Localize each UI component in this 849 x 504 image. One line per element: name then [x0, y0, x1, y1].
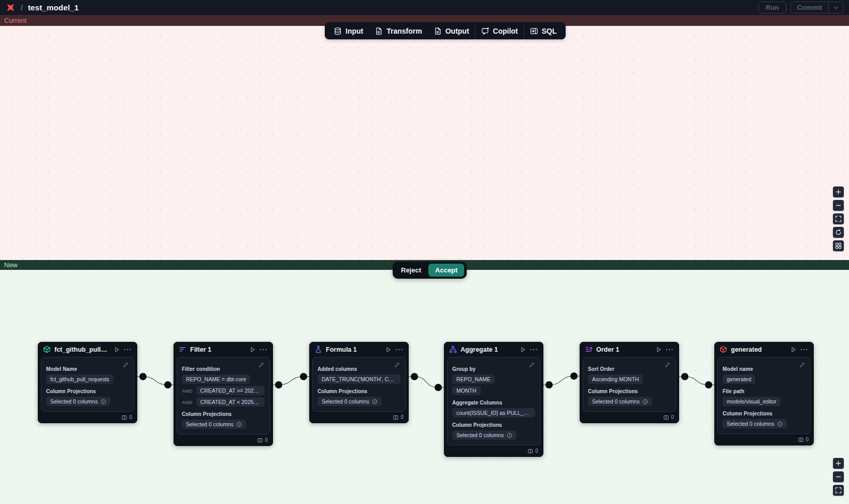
commit-dropdown-button[interactable]: [828, 2, 843, 13]
value-pill[interactable]: Selected 0 columns: [723, 419, 787, 428]
node-header: Filter 1···: [174, 342, 272, 356]
toolbar-copilot-button[interactable]: Copilot: [476, 22, 524, 39]
column-count-badge[interactable]: 0: [310, 413, 408, 423]
value-pill[interactable]: CREATED_AT >= 2024-12-01: [196, 386, 265, 395]
zoom-out-button[interactable]: [833, 471, 844, 482]
commit-split-button: Commit: [790, 2, 844, 13]
value-pill[interactable]: Selected 0 columns: [46, 397, 110, 406]
current-canvas[interactable]: [0, 26, 849, 260]
node-body: Model Namefct_github_pull_requestsColumn…: [41, 357, 134, 412]
edit-button[interactable]: [123, 362, 129, 368]
edit-button[interactable]: [665, 362, 671, 368]
value-pill[interactable]: REPO_NAME: [452, 375, 495, 384]
value-pill[interactable]: count(ISSUE_ID) as PULL_REQUEST_…: [452, 408, 535, 417]
node-menu-button[interactable]: ···: [124, 347, 132, 352]
edit-button[interactable]: [258, 362, 265, 368]
node-run-button[interactable]: [114, 347, 120, 353]
field-row: Ascending MONTH: [588, 375, 671, 384]
field-row: Selected 0 columns: [723, 419, 805, 428]
node-Formula 1[interactable]: Formula 1···Added columnsDATE_TRUNC('MON…: [309, 342, 409, 423]
value-pill[interactable]: DATE_TRUNC('MONTH', CREATED_AT…: [318, 375, 400, 384]
value-pill[interactable]: Selected 0 columns: [452, 430, 516, 440]
value-pill[interactable]: fct_github_pull_requests: [46, 375, 113, 384]
node-menu-button[interactable]: ···: [395, 347, 404, 352]
column-count-badge[interactable]: 0: [715, 436, 813, 445]
node-run-button[interactable]: [656, 347, 662, 353]
toolbar-transform-button[interactable]: Transform: [369, 22, 427, 39]
node-field: File pathmodels/visual_editor: [723, 388, 805, 406]
node-Order 1[interactable]: Order 1···Sort OrderAscending MONTHColum…: [580, 342, 679, 423]
pill-text: Selected 0 columns: [50, 398, 98, 405]
model-cube-icon: [43, 345, 51, 353]
pencil-icon: [123, 362, 129, 368]
field-label: Aggregate Columns: [452, 400, 535, 406]
field-label: Filter condition: [182, 366, 265, 372]
commit-button[interactable]: Commit: [791, 2, 828, 13]
toolbar-input-button[interactable]: Input: [328, 22, 369, 39]
value-pill[interactable]: MONTH: [452, 386, 481, 395]
value-pill[interactable]: REPO_NAME = dbt-core: [182, 375, 250, 384]
column-count-badge[interactable]: 0: [580, 413, 679, 423]
pill-text: Ascending MONTH: [592, 376, 639, 382]
reject-button[interactable]: Reject: [395, 264, 427, 277]
columns-icon: [798, 437, 803, 442]
copilot-icon: [481, 27, 490, 35]
node-run-button[interactable]: [250, 347, 256, 353]
column-count-badge[interactable]: 0: [174, 436, 272, 445]
edit-button[interactable]: [799, 362, 805, 368]
value-pill[interactable]: Ascending MONTH: [588, 375, 643, 384]
node-run-button[interactable]: [385, 347, 392, 353]
value-pill[interactable]: generated: [723, 375, 755, 384]
columns-icon: [664, 415, 669, 420]
edit-button[interactable]: [529, 362, 535, 368]
new-canvas[interactable]: fct_github_pull_requests···Model Namefct…: [0, 270, 849, 504]
field-row: Selected 0 columns: [46, 397, 129, 406]
zoom-in-icon: [835, 189, 842, 195]
field-row: generated: [723, 375, 805, 384]
field-row: fct_github_pull_requests: [46, 375, 129, 384]
value-pill[interactable]: Selected 0 columns: [318, 397, 382, 406]
node-generated[interactable]: generated···Model namegeneratedFile path…: [714, 342, 814, 445]
value-pill[interactable]: Selected 0 columns: [588, 397, 652, 406]
node-run-button[interactable]: [790, 347, 797, 353]
node-menu-button[interactable]: ···: [260, 347, 268, 352]
node-Aggregate 1[interactable]: Aggregate 1···Group byREPO_NAMEMONTHAggr…: [444, 342, 543, 457]
column-count-badge[interactable]: 0: [38, 413, 137, 423]
toolbar-output-button[interactable]: Output: [428, 22, 475, 39]
column-count-badge[interactable]: 0: [444, 447, 543, 456]
reset-button[interactable]: [833, 227, 844, 238]
field-label: Column Projections: [452, 422, 535, 428]
zoom-in-button[interactable]: [833, 458, 844, 469]
edit-button[interactable]: [394, 362, 400, 368]
dbt-logo-icon[interactable]: [5, 3, 16, 13]
value-pill[interactable]: models/visual_editor: [723, 397, 781, 406]
info-icon: [777, 421, 783, 427]
node-body: Group byREPO_NAMEMONTHAggregate Columnsc…: [447, 357, 540, 445]
node-field: Sort OrderAscending MONTH: [588, 366, 671, 384]
minimap-button[interactable]: [833, 240, 844, 251]
node-run-button[interactable]: [520, 347, 526, 353]
pill-text: Selected 0 columns: [186, 421, 234, 427]
value-pill[interactable]: CREATED_AT < 2025-03-01: [196, 397, 265, 407]
pill-text: generated: [727, 376, 751, 382]
node-title: Formula 1: [326, 346, 382, 353]
node-fct_github_pull_requests[interactable]: fct_github_pull_requests···Model Namefct…: [38, 342, 137, 423]
zoom-out-button[interactable]: [833, 200, 844, 211]
info-icon: [507, 433, 512, 438]
node-title: generated: [731, 346, 787, 353]
toolbar-sql-button[interactable]: SQL: [524, 22, 563, 39]
breadcrumb-separator: /: [21, 4, 23, 12]
flask-icon: [314, 345, 322, 353]
node-menu-button[interactable]: ···: [530, 347, 538, 352]
fit-view-button[interactable]: [833, 213, 844, 224]
node-menu-button[interactable]: ···: [666, 347, 674, 352]
accept-button[interactable]: Accept: [428, 264, 464, 277]
node-title: Aggregate 1: [461, 346, 516, 353]
value-pill[interactable]: Selected 0 columns: [182, 420, 246, 429]
node-Filter 1[interactable]: Filter 1···Filter conditionREPO_NAME = d…: [174, 342, 273, 446]
node-menu-button[interactable]: ···: [800, 347, 809, 352]
pill-text: fct_github_pull_requests: [50, 376, 109, 382]
run-button[interactable]: Run: [758, 2, 786, 13]
fit-view-button[interactable]: [833, 485, 844, 496]
zoom-in-button[interactable]: [833, 186, 844, 197]
